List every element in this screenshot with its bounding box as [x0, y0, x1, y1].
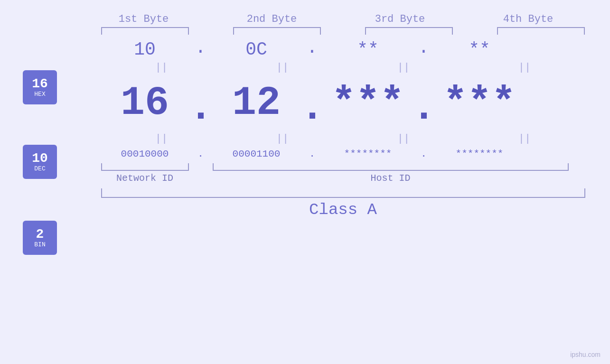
bin-b2: 00001100 — [213, 149, 300, 159]
bin-dot1: . — [189, 149, 213, 159]
hex-b2: 0C — [213, 39, 300, 60]
bin-dot2: . — [300, 149, 324, 159]
eq-row-2: || || || || — [101, 131, 585, 147]
big-bottom-bracket — [101, 188, 585, 198]
top-bracket-3 — [365, 27, 453, 35]
bin-b4: ******** — [436, 149, 524, 159]
bottom-brackets — [101, 163, 585, 171]
bin-b3: ******** — [324, 149, 412, 159]
hex-b1: 10 — [101, 39, 189, 60]
eq-row-1: || || || || — [101, 60, 585, 75]
eq1-b1: || — [118, 62, 206, 74]
hex-b3: ** — [324, 39, 412, 60]
top-bracket-4 — [497, 27, 585, 35]
class-label: Class A — [101, 201, 585, 219]
hex-dot2: . — [300, 37, 324, 58]
network-id-label: Network ID — [101, 173, 189, 184]
eq1-b3: || — [360, 62, 448, 74]
header-byte3: 3rd Byte — [348, 13, 452, 25]
header-byte4: 4th Byte — [476, 13, 581, 25]
hex-b4: ** — [436, 39, 524, 60]
eq2-b4: || — [481, 133, 569, 145]
hex-dot1: . — [189, 37, 213, 58]
eq2-b2: || — [239, 133, 327, 145]
bin-b1: 00010000 — [101, 149, 189, 159]
eq1-b2: || — [239, 62, 327, 74]
header-byte1: 1st Byte — [92, 13, 196, 25]
content-area: 1st Byte 2nd Byte 3rd Byte 4th Byte 10 .… — [0, 0, 610, 364]
watermark: ipshu.com — [570, 351, 601, 358]
eq2-b3: || — [360, 133, 448, 145]
host-id-label: Host ID — [213, 173, 569, 184]
main-layout: 16 HEX 10 DEC 2 BIN 1st Byte 2nd Byte 3r… — [0, 0, 610, 364]
column-headers: 1st Byte 2nd Byte 3rd Byte 4th Byte — [80, 9, 592, 25]
dec-b1: 16 — [101, 80, 189, 126]
dec-dot1: . — [189, 75, 213, 131]
dec-row: 16 . 12 . *** . *** — [101, 75, 585, 131]
top-brackets — [101, 27, 585, 35]
eq2-b1: || — [118, 133, 206, 145]
top-bracket-2 — [233, 27, 321, 35]
eq1-b4: || — [481, 62, 569, 74]
bin-row: 00010000 . 00001100 . ******** . *******… — [101, 149, 585, 159]
dec-dot2: . — [300, 75, 324, 131]
header-byte2: 2nd Byte — [220, 13, 324, 25]
id-labels: Network ID Host ID — [101, 173, 585, 184]
bin-dot3: . — [412, 149, 436, 159]
hex-dot3: . — [412, 37, 436, 58]
bot-bracket-net — [101, 163, 189, 171]
bot-bracket-host — [213, 163, 569, 171]
bot-bracket-gap1 — [189, 163, 213, 171]
hex-row: 10 . 0C . ** . ** — [101, 39, 585, 60]
dec-b2: 12 — [213, 80, 300, 126]
dec-b3: *** — [324, 80, 412, 126]
top-bracket-1 — [101, 27, 189, 35]
dec-dot3: . — [412, 75, 436, 131]
dec-b4: *** — [436, 80, 524, 126]
